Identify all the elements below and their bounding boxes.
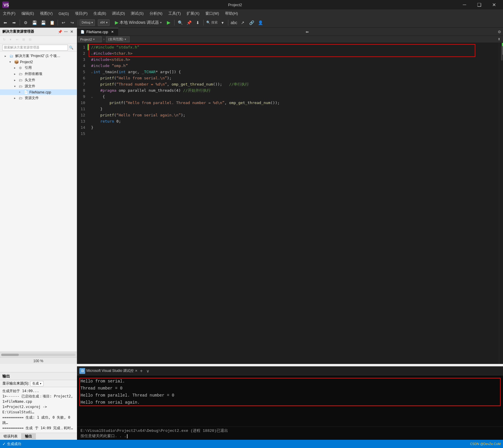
sidebar-refresh-button[interactable]: ↻ (1, 37, 7, 43)
debug-config-dropdown[interactable]: Debug ▾ (80, 19, 95, 26)
tree-project[interactable]: ▾ 📦 Project2 (0, 59, 77, 65)
play-icon: ▶ (115, 20, 118, 25)
menu-help[interactable]: 帮助(H) (222, 9, 241, 18)
scope-breadcrumb[interactable]: (全局范围) ▾ (106, 36, 130, 42)
code-content[interactable]: //#include “stdafx.h” ⌄ #include<tchar.h… (89, 43, 499, 364)
restore-button[interactable]: ❑ (472, 0, 486, 9)
hdr-icon: 🗁 (19, 78, 24, 82)
terminal-expand-button[interactable]: ∨ (145, 369, 150, 373)
menu-debug[interactable]: 调试(D) (109, 9, 128, 18)
solution-label: 解决方案 'Project2' (1 个项… (15, 54, 60, 58)
sidebar-search-input[interactable]: 搜索解决方案资源管理器 (2, 45, 68, 51)
nav-back-button[interactable]: ⬅ (1, 19, 9, 26)
menu-tools[interactable]: 工具(T) (165, 9, 184, 18)
tree-filename-cpp[interactable]: + 📄 FileName.cpp (0, 89, 77, 95)
run-button[interactable]: ▶ 本地 Windows 调试器 ▾ (113, 19, 164, 26)
menu-edit[interactable]: 编辑(E) (19, 9, 37, 18)
search-box-toolbar[interactable]: 🔍 搜索 (206, 20, 218, 25)
project-breadcrumb[interactable]: Project2 ▾ (78, 36, 102, 42)
menu-analyze[interactable]: 分析(N) (147, 9, 165, 18)
toolbar-btn-12[interactable]: 👤 (256, 19, 264, 26)
sidebar-filter-button[interactable]: ▾ (8, 37, 14, 43)
src-icon: 🗁 (19, 84, 24, 88)
close-button[interactable]: ✕ (487, 0, 501, 9)
fold-arrow-5[interactable]: ⌄ (91, 69, 93, 75)
tab-close-button[interactable]: ✕ (110, 30, 115, 34)
vs-logo: VS (2, 1, 9, 8)
tree-resource-files[interactable]: ▸ 🗁 资源文件 (0, 95, 77, 101)
toolbar-btn-8[interactable]: ▾ (218, 19, 227, 26)
fold-arrow-9[interactable]: ⌄ (91, 93, 93, 100)
minimize-button[interactable]: ─ (458, 0, 471, 9)
menu-file[interactable]: 文件(F) (0, 9, 19, 18)
search-button[interactable]: 🔍 (68, 45, 74, 51)
sidebar-extra-button[interactable]: ⊟ (27, 37, 33, 43)
toolbar-separator-3 (78, 20, 78, 26)
sidebar-settings-button[interactable]: ⋯ (63, 29, 68, 34)
gutter-row-10: 10 (77, 100, 89, 106)
menu-project[interactable]: 项目(P) (72, 9, 90, 18)
gutter-row-11: 11 (77, 106, 89, 112)
fold-arrow-2[interactable]: ⌄ (91, 50, 93, 56)
minimap-thumb[interactable] (501, 46, 503, 61)
toolbar-btn-7[interactable]: ⬇ (194, 19, 202, 26)
gutter-row-5: 5 (77, 69, 89, 75)
tree-references[interactable]: ▸ ⊕ 引用 (0, 65, 77, 71)
pin-button[interactable]: 📌 (57, 29, 63, 34)
sidebar-collapse-button[interactable]: ⇐ (14, 37, 20, 43)
toolbar-btn-10[interactable]: ↗ (239, 19, 247, 26)
terminal-panel: ⊡ Microsoft Visual Studio 调试控 ✕ + ∨ Hell… (77, 366, 503, 440)
menu-test[interactable]: 测试(S) (128, 9, 146, 18)
sidebar-scrollbar[interactable] (0, 352, 77, 357)
zoom-bar: 100 % (0, 357, 77, 364)
tab-nav-settings-button[interactable]: ⚙ (496, 28, 503, 36)
sidebar-view-button[interactable]: ⊞ (21, 37, 26, 43)
tree-external-deps[interactable]: ▸ 🗁 外部依赖项 (0, 71, 77, 77)
terminal-line-2: Thread number = 0 (81, 385, 499, 392)
tree-hdr-arrow: ▸ (14, 78, 19, 82)
run-arrow-only[interactable]: ▶ (165, 19, 173, 26)
tab-nav-button[interactable]: ⬅ (304, 28, 311, 36)
menu-extensions[interactable]: 扩展(X) (184, 9, 202, 18)
code-text-1: //#include “stdafx.h” (91, 44, 139, 50)
toolbar-btn-9[interactable]: abc (230, 19, 238, 26)
toolbar-btn-4[interactable]: 📋 (48, 19, 56, 26)
nav-forward-button[interactable]: ➡ (10, 19, 18, 26)
menu-git[interactable]: Git(G) (56, 9, 72, 18)
toolbar-btn-undo[interactable]: ↩ (59, 19, 68, 26)
tab-filename-cpp[interactable]: 📄 FileName.cpp ✕ (77, 28, 118, 36)
toolbar-btn-1[interactable]: ⚙ (21, 19, 30, 26)
toolbar-btn-5[interactable]: 🔍 (176, 19, 184, 26)
tree-solution[interactable]: ▸ 🗂 解决方案 'Project2' (1 个项… (0, 53, 77, 59)
terminal-close-button[interactable]: ✕ (135, 369, 138, 373)
src-label: 源文件 (25, 84, 35, 89)
tab-output[interactable]: 输出 (21, 433, 36, 439)
menu-window[interactable]: 窗口(W) (202, 9, 222, 18)
output-source-dropdown[interactable]: 生成 ▾ (30, 381, 43, 386)
terminal-add-button[interactable]: + (139, 368, 144, 374)
sidebar-close-button[interactable]: ✕ (69, 29, 74, 34)
line-num-10: 10 (77, 100, 88, 106)
breadcrumb-project: Project2 (80, 38, 92, 41)
editor-minimap (499, 43, 503, 364)
platform-dropdown[interactable]: x64 ▾ (98, 19, 109, 26)
menu-view[interactable]: 视图(V) (37, 9, 56, 18)
toolbar-btn-3[interactable]: 💾 (39, 19, 47, 26)
terminal-content[interactable]: Hello from serial. Thread number = 0 Hel… (77, 375, 503, 427)
success-icon: ✓ (2, 442, 6, 446)
nav-collapse-button[interactable]: ⬆ (496, 36, 502, 42)
toolbar-btn-2[interactable]: 💾 (30, 19, 38, 26)
solution-icon: 🗂 (9, 54, 15, 58)
line-gutter: 1 2 3 4 5 (77, 43, 89, 364)
toolbar-btn-redo[interactable]: ↪ (68, 19, 76, 26)
ref-icon: ⊕ (19, 66, 24, 70)
code-line-2: ⌄ #include<tchar.h> (91, 50, 497, 56)
output-line-2: 1>------ 已启动生成：项目: Project2, (2, 394, 75, 399)
toolbar-btn-6[interactable]: 📌 (185, 19, 193, 26)
menu-build[interactable]: 生成(B) (90, 9, 109, 18)
tree-source-files[interactable]: ▾ 🗁 源文件 (0, 83, 77, 89)
toolbar-btn-11[interactable]: 🔗 (247, 19, 256, 26)
tree-header-files[interactable]: ▸ 🗁 头文件 (0, 77, 77, 83)
tab-error-list[interactable]: 错误列表 (0, 433, 21, 439)
status-bar: ✓ 生成成功 CSDN @DevZe.CoM (0, 440, 503, 448)
